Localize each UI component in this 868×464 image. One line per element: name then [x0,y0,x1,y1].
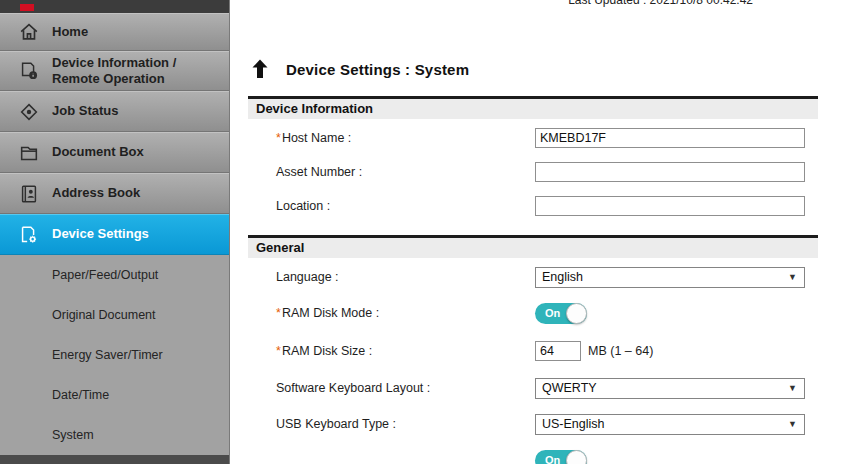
field-label: *Host Name : [248,131,535,145]
settings-panel: Device Settings : System Device Informat… [248,52,818,464]
field-label-text: Software Keyboard Layout : [276,381,430,395]
sidebar-item-device-information[interactable]: Device Information / Remote Operation [0,51,229,91]
ram-disk-mode-toggle[interactable]: On [535,303,587,324]
topbar: Last Updated : 2021/10/8 00:42:42 [230,0,868,34]
field-area [535,162,805,182]
field-area: On [535,450,587,464]
field-label-text: Location : [276,199,330,213]
address-book-icon [16,181,42,207]
toggle-state-label: On [545,450,560,464]
page-title: Device Settings : System [286,61,469,78]
field-area [535,196,805,216]
field-label-text: Language : [276,270,339,284]
device-settings-subnav: Paper/Feed/Output Original Document Ener… [0,255,229,455]
device-info-icon [16,58,42,84]
host-name-row: *Host Name : [248,121,818,155]
sidebar-item-label: Job Status [52,103,118,119]
back-to-top-arrow-icon[interactable] [248,57,272,81]
software-keyboard-layout-select[interactable]: QWERTY ▼ [535,378,805,399]
field-area: US-English ▼ [535,414,805,435]
section-header-general: General [248,235,818,258]
sidebar-subitem-paper-feed-output[interactable]: Paper/Feed/Output [0,255,229,295]
ram-disk-size-row: *RAM Disk Size : MB (1 – 64) [248,332,818,370]
toggle-knob [566,450,587,464]
screen: Home Device Information / Remote Operati… [0,0,868,464]
required-marker: * [276,306,281,320]
field-label-text: RAM Disk Mode : [282,306,379,320]
field-label: USB Keyboard Type : [248,417,535,431]
page-header: Device Settings : System [248,52,818,86]
sidebar-item-label: Document Box [52,144,144,160]
device-information-rows: *Host Name : Asset Number : [248,119,818,225]
sidebar-item-label: Home [52,24,88,40]
section-header-device-information: Device Information [248,96,818,119]
field-area: On [535,303,587,324]
sidebar-top-strip [0,0,229,13]
sidebar: Home Device Information / Remote Operati… [0,0,230,464]
location-input[interactable] [535,196,805,216]
field-label: Software Keyboard Layout : [248,381,535,395]
usb-keyboard-type-row: USB Keyboard Type : US-English ▼ [248,406,818,442]
main-content: Last Updated : 2021/10/8 00:42:42 Device… [230,0,868,464]
ram-disk-size-range-label: MB (1 – 64) [588,344,653,358]
field-label: Language : [248,270,535,284]
field-label-text: Asset Number : [276,165,362,179]
sidebar-subitem-system[interactable]: System [0,415,229,455]
document-box-icon [16,140,42,166]
field-label: *RAM Disk Size : [248,344,535,358]
usb-keyboard-type-select[interactable]: US-English ▼ [535,414,805,435]
ram-disk-size-input[interactable] [535,341,581,361]
sidebar-item-label: Device Settings [52,226,149,242]
asset-number-row: Asset Number : [248,155,818,189]
select-value: QWERTY [542,381,597,395]
required-marker: * [276,344,281,358]
partially-visible-toggle[interactable]: On [535,450,587,464]
field-label: *RAM Disk Mode : [248,306,535,320]
language-select[interactable]: English ▼ [535,267,805,288]
chevron-down-icon: ▼ [788,419,797,429]
job-status-icon [16,99,42,125]
select-value: English [542,270,583,284]
sidebar-subitem-original-document[interactable]: Original Document [0,295,229,335]
required-marker: * [276,131,281,145]
language-row: Language : English ▼ [248,260,818,294]
sidebar-subitem-energy-saver-timer[interactable]: Energy Saver/Timer [0,335,229,375]
field-label-text: USB Keyboard Type : [276,417,396,431]
software-keyboard-layout-row: Software Keyboard Layout : QWERTY ▼ [248,370,818,406]
brand-logo-fragment [20,4,34,11]
sidebar-item-document-box[interactable]: Document Box [0,132,229,173]
last-updated-text: Last Updated : 2021/10/8 00:42:42 [568,0,753,7]
sidebar-subitem-date-time[interactable]: Date/Time [0,375,229,415]
toggle-state-label: On [545,303,560,324]
field-area: QWERTY ▼ [535,378,805,399]
sidebar-item-device-settings[interactable]: Device Settings [0,214,229,255]
field-label: Asset Number : [248,165,535,179]
field-label-text: Host Name : [282,131,351,145]
field-area: English ▼ [535,267,805,288]
sidebar-item-label: Address Book [52,185,140,201]
field-label-text: RAM Disk Size : [282,344,372,358]
asset-number-input[interactable] [535,162,805,182]
field-area: MB (1 – 64) [535,341,653,361]
device-settings-icon [16,222,42,248]
chevron-down-icon: ▼ [788,272,797,282]
select-value: US-English [542,417,605,431]
location-row: Location : [248,189,818,223]
sidebar-item-job-status[interactable]: Job Status [0,91,229,132]
ram-disk-mode-row: *RAM Disk Mode : On [248,294,818,332]
field-label: Location : [248,199,535,213]
sidebar-item-address-book[interactable]: Address Book [0,173,229,214]
partially-visible-row: On [248,442,818,464]
general-rows: Language : English ▼ *RAM Disk Mode : [248,258,818,464]
sidebar-item-home[interactable]: Home [0,13,229,51]
home-icon [16,19,42,45]
chevron-down-icon: ▼ [788,383,797,393]
sidebar-bottom-strip [0,455,229,464]
host-name-input[interactable] [535,128,805,148]
sidebar-item-label: Device Information / Remote Operation [52,55,176,88]
toggle-knob [566,303,587,324]
field-area [535,128,805,148]
